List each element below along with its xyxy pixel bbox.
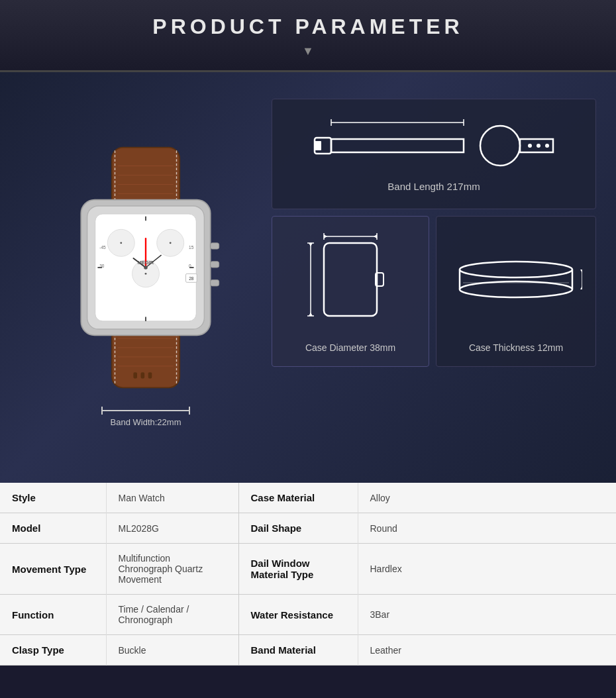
svg-rect-7 — [148, 372, 152, 378]
spec-value: Man Watch — [106, 483, 238, 513]
spec-label: Case Material — [238, 483, 358, 513]
svg-text:30: 30 — [99, 264, 105, 268]
table-row: Movement Type Multifunction Chronograph … — [0, 544, 616, 595]
spec-value: ML2028G — [106, 513, 238, 544]
spec-value: Round — [358, 513, 616, 544]
band-width-text: Band Width:22mm — [111, 417, 181, 427]
svg-point-32 — [144, 266, 148, 270]
spec-label: Clasp Type — [0, 635, 106, 666]
page-title: PRODUCT PARAMETER — [0, 15, 616, 39]
svg-rect-55 — [324, 243, 377, 316]
page-header: PRODUCT PARAMETER ▼ — [0, 0, 616, 72]
svg-text:MEGIR: MEGIR — [138, 260, 154, 266]
case-diameter-section: Case Diameter 38mm — [272, 216, 429, 367]
watch-area: MEGIR 28 -45 30 15 0 Band Width:22mm — [20, 99, 272, 463]
spec-label: Dail Window Material Type — [238, 544, 358, 595]
case-thickness-illustration — [450, 230, 582, 336]
svg-text:0: 0 — [189, 264, 191, 268]
spec-label: Band Material — [238, 635, 358, 666]
header-arrow: ▼ — [0, 44, 616, 58]
svg-rect-20 — [211, 242, 219, 248]
spec-value: 3Bar — [358, 595, 616, 635]
table-row: Model ML2028G Dail Shape Round — [0, 513, 616, 544]
svg-point-28 — [145, 272, 147, 274]
table-row: Function Time / Calendar / Chronograph W… — [0, 595, 616, 635]
spec-label: Function — [0, 595, 106, 635]
svg-point-54 — [545, 144, 549, 148]
band-width-label: Band Width:22mm — [101, 407, 190, 427]
svg-text:28: 28 — [189, 275, 194, 280]
product-section: MEGIR 28 -45 30 15 0 Band Width:22mm — [0, 72, 616, 483]
svg-point-50 — [480, 126, 520, 166]
table-row: Style Man Watch Case Material Alloy — [0, 483, 616, 513]
watch-illustration: MEGIR 28 -45 30 15 0 — [46, 135, 245, 400]
svg-text:15: 15 — [189, 245, 194, 250]
svg-point-26 — [120, 242, 122, 244]
svg-point-68 — [460, 281, 572, 297]
spec-value: Time / Calendar / Chronograph — [106, 595, 238, 635]
table-row: Clasp Type Buckle Band Material Leather — [0, 635, 616, 666]
spec-label: Style — [0, 483, 106, 513]
case-thickness-section: Case Thickness 12mm — [436, 216, 596, 367]
spec-value: Buckle — [106, 635, 238, 666]
spec-value: Alloy — [358, 483, 616, 513]
svg-rect-5 — [133, 372, 137, 378]
svg-rect-22 — [211, 279, 219, 285]
spec-label: Dail Shape — [238, 513, 358, 544]
svg-point-53 — [537, 144, 540, 148]
spec-label: Water Resistance — [238, 595, 358, 635]
case-thickness-label: Case Thickness 12mm — [469, 342, 563, 353]
svg-rect-21 — [211, 261, 219, 267]
svg-point-52 — [528, 144, 532, 148]
svg-marker-65 — [309, 243, 313, 246]
svg-point-67 — [460, 262, 572, 277]
spec-value: Leather — [358, 635, 616, 666]
spec-label: Model — [0, 513, 106, 544]
spec-value: Multifunction Chronograph Quartz Movemen… — [106, 544, 238, 595]
svg-marker-61 — [374, 234, 377, 238]
svg-point-27 — [170, 242, 172, 244]
svg-rect-6 — [141, 372, 145, 378]
svg-marker-66 — [309, 313, 313, 316]
band-length-illustration — [308, 116, 560, 175]
svg-text:-45: -45 — [99, 245, 106, 250]
case-diameter-label: Case Diameter 38mm — [305, 342, 395, 353]
svg-marker-60 — [324, 234, 327, 238]
svg-rect-46 — [331, 139, 464, 152]
band-length-section: Band Length 217mm — [272, 99, 596, 209]
spec-label: Movement Type — [0, 544, 106, 595]
specs-table: Style Man Watch Case Material Alloy Mode… — [0, 483, 616, 666]
band-length-text: Band Length 217mm — [387, 181, 480, 192]
specs-area: Band Length 217mm — [272, 99, 596, 463]
svg-rect-45 — [315, 141, 321, 150]
spec-value: Hardlex — [358, 544, 616, 595]
case-specs-row: Case Diameter 38mm — [272, 216, 596, 367]
case-diameter-illustration — [304, 230, 397, 336]
